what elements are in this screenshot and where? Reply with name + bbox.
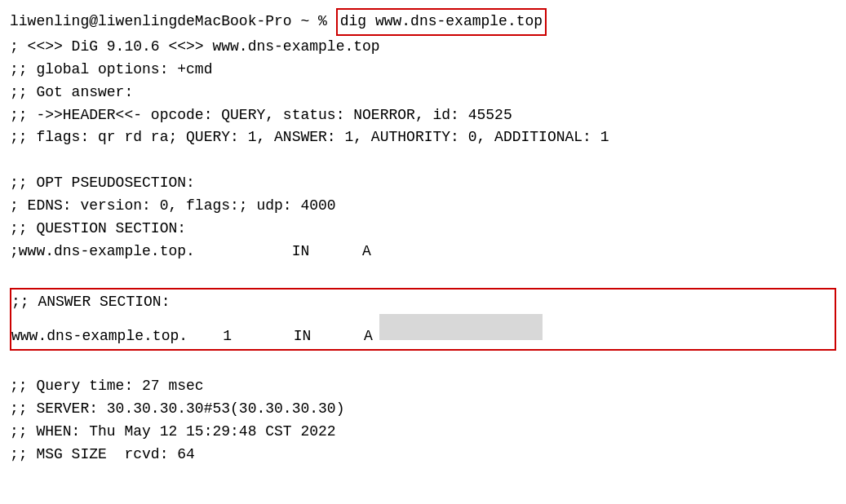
blank-1: [10, 149, 836, 172]
answer-section-box: ;; ANSWER SECTION: www.dns-example.top. …: [10, 288, 836, 351]
redacted-ip: [379, 314, 543, 340]
output-line-9: ;www.dns-example.top. IN A: [10, 241, 836, 263]
terminal-window: liwenling@liwenlingdeMacBook-Pro ~ % dig…: [0, 0, 846, 504]
output-line-4: ;; ->>HEADER<<- opcode: QUERY, status: N…: [10, 104, 836, 127]
output-line-7: ; EDNS: version: 0, flags:; udp: 4000: [10, 195, 836, 218]
output-line-13: ;; MSG SIZE rcvd: 64: [10, 444, 836, 466]
output-line-8: ;; QUESTION SECTION:: [10, 218, 836, 241]
blank-2: [10, 263, 836, 286]
output-line-5: ;; flags: qr rd ra; QUERY: 1, ANSWER: 1,…: [10, 126, 836, 149]
output-line-10: ;; Query time: 27 msec: [10, 375, 836, 398]
output-line-11: ;; SERVER: 30.30.30.30#53(30.30.30.30): [10, 398, 836, 421]
output-line-2: ;; global options: +cmd: [10, 59, 836, 82]
output-line-6: ;; OPT PSEUDOSECTION:: [10, 172, 836, 195]
command-highlighted: dig www.dns-example.top: [336, 8, 547, 36]
output-line-1: ; <<>> DiG 9.10.6 <<>> www.dns-example.t…: [10, 36, 836, 59]
answer-record-line: www.dns-example.top. 1 IN A: [11, 314, 835, 348]
blank-3: [10, 352, 836, 375]
output-line-12: ;; WHEN: Thu May 12 15:29:48 CST 2022: [10, 421, 836, 444]
output-line-3: ;; Got answer:: [10, 82, 836, 104]
answer-section-label: ;; ANSWER SECTION:: [11, 291, 835, 314]
command-line: liwenling@liwenlingdeMacBook-Pro ~ % dig…: [10, 8, 836, 36]
prompt: liwenling@liwenlingdeMacBook-Pro ~ %: [10, 11, 336, 33]
